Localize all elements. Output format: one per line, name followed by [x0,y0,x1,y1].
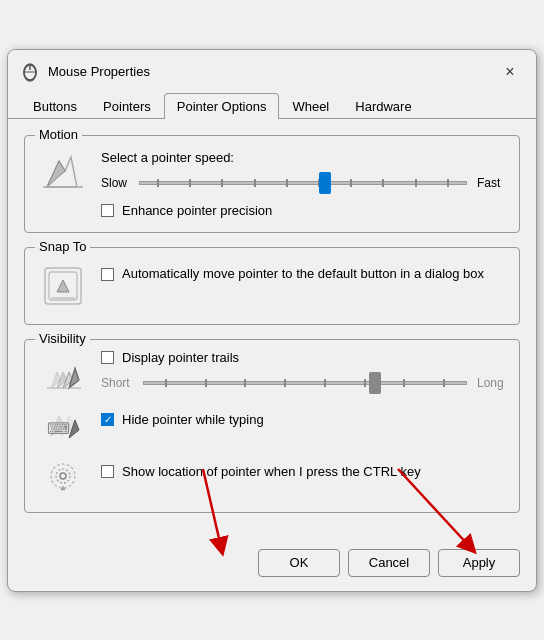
speed-label: Select a pointer speed: [101,150,505,165]
slider-dot [157,179,159,187]
tab-pointers[interactable]: Pointers [90,93,164,119]
tab-bar: Buttons Pointers Pointer Options Wheel H… [8,86,536,119]
tab-content: Motion Select a pointer speed: Slow [8,119,536,539]
slider-dot [443,379,445,387]
trails-slider-thumb[interactable] [369,372,381,394]
slider-dot [364,379,366,387]
hide-pointer-row: ⌨ Hide pointer while typing [39,406,505,442]
snap-checkbox-row: Automatically move pointer to the defaul… [101,266,484,281]
hide-pointer-icon: ⌨ [39,406,87,442]
trails-slider-track [143,381,467,385]
speed-slider-container[interactable] [139,173,467,193]
snap-row: Automatically move pointer to the defaul… [39,262,505,310]
pointer-trails-icon [39,350,87,394]
tab-wheel[interactable]: Wheel [279,93,342,119]
visibility-section: Visibility Display pointer trails [24,339,520,513]
trails-slider-row: Short [101,373,505,393]
slider-dot [284,379,286,387]
title-bar: Mouse Properties × [8,50,536,86]
show-location-row: Show location of pointer when I press th… [39,454,505,498]
speed-slider-thumb[interactable] [319,172,331,194]
slider-dot [286,179,288,187]
trails-slider-container[interactable] [143,373,467,393]
slider-dot [165,379,167,387]
trails-checkbox-row: Display pointer trails [101,350,505,365]
hide-pointer-label: Hide pointer while typing [122,412,264,427]
svg-point-19 [51,464,75,488]
show-location-checkbox[interactable] [101,465,114,478]
slider-dot [189,179,191,187]
slider-dot [324,379,326,387]
dialog-title: Mouse Properties [48,64,150,79]
visibility-section-title: Visibility [35,331,90,346]
cancel-button[interactable]: Cancel [348,549,430,577]
motion-row: Select a pointer speed: Slow [39,150,505,193]
slider-dot [221,179,223,187]
slider-dot [254,179,256,187]
show-location-checkbox-row: Show location of pointer when I press th… [101,464,421,479]
motion-section: Motion Select a pointer speed: Slow [24,135,520,233]
speed-slider-dots [140,182,466,184]
pointer-trails-row: Display pointer trails Short [39,350,505,394]
motion-right: Select a pointer speed: Slow [101,150,505,193]
tab-buttons[interactable]: Buttons [20,93,90,119]
slider-dot [415,179,417,187]
snap-to-label: Automatically move pointer to the defaul… [122,266,484,281]
speed-slider-track [139,181,467,185]
short-label: Short [101,376,133,390]
enhance-row: Enhance pointer precision [101,203,505,218]
display-trails-checkbox[interactable] [101,351,114,364]
long-label: Long [477,376,505,390]
pointer-speed-icon [39,151,87,191]
enhance-precision-label: Enhance pointer precision [122,203,272,218]
title-bar-left: Mouse Properties [20,62,150,82]
snap-to-section-title: Snap To [35,239,90,254]
slider-dot [205,379,207,387]
svg-text:⌨: ⌨ [47,420,70,437]
hide-pointer-checkbox[interactable] [101,413,114,426]
tab-hardware[interactable]: Hardware [342,93,424,119]
snap-to-section: Snap To Automatically move pointer to th… [24,247,520,325]
mouse-icon [20,62,40,82]
svg-point-20 [56,469,70,483]
motion-section-content: Select a pointer speed: Slow [39,150,505,218]
motion-section-title: Motion [35,127,82,142]
tab-pointer-options[interactable]: Pointer Options [164,93,280,119]
slow-label: Slow [101,176,129,190]
footer: OK Cancel Apply [8,539,536,591]
display-trails-label: Display pointer trails [122,350,239,365]
svg-marker-8 [57,280,69,292]
snap-icon [39,262,87,310]
svg-point-21 [60,473,66,479]
footer-wrapper: OK Cancel Apply [8,539,536,591]
show-location-label: Show location of pointer when I press th… [122,464,421,479]
apply-button[interactable]: Apply [438,549,520,577]
show-location-icon [39,454,87,498]
slider-dot [244,379,246,387]
slider-dot [350,179,352,187]
svg-marker-4 [47,161,65,187]
visibility-right-trails: Display pointer trails Short [101,350,505,393]
speed-slider-row: Slow [101,173,505,193]
ok-button[interactable]: OK [258,549,340,577]
slider-dot [382,179,384,187]
enhance-precision-checkbox[interactable] [101,204,114,217]
fast-label: Fast [477,176,505,190]
slider-dot [447,179,449,187]
slider-dot [403,379,405,387]
trails-slider-dots [144,382,466,384]
close-button[interactable]: × [496,58,524,86]
snap-to-checkbox[interactable] [101,268,114,281]
mouse-properties-dialog: Mouse Properties × Buttons Pointers Poin… [7,49,537,592]
hide-checkbox-row: Hide pointer while typing [101,412,264,427]
